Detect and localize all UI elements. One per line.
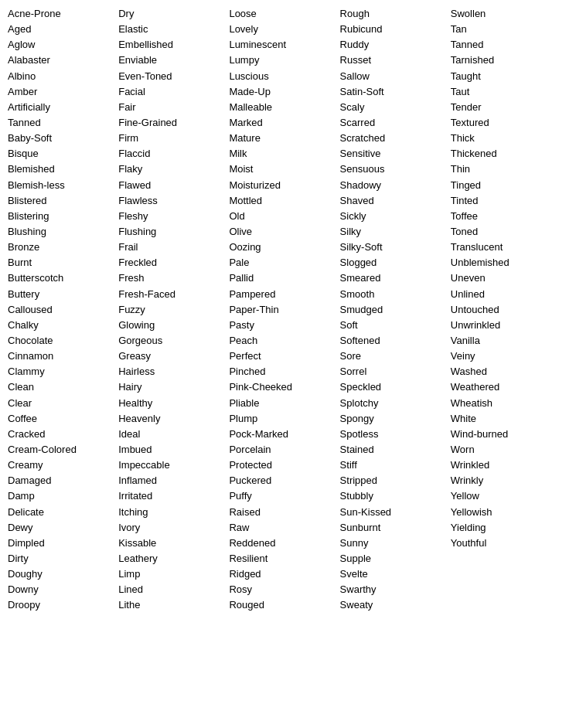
word-item: Flaky xyxy=(118,162,229,177)
word-item: Wrinkled xyxy=(451,458,561,473)
column-col3: LooseLovelyLuminescentLumpyLusciousMade-… xyxy=(229,6,339,613)
word-item: Luscious xyxy=(229,69,339,84)
word-item: Clammy xyxy=(8,364,118,379)
word-item: Smeared xyxy=(340,270,451,286)
word-item: Uneven xyxy=(451,270,561,286)
word-item: Yellow xyxy=(451,488,561,504)
word-item: Fair xyxy=(118,100,229,115)
word-item: Freckled xyxy=(118,255,229,270)
word-item: Fresh-Faced xyxy=(118,287,229,302)
word-item: Ruddy xyxy=(340,37,451,53)
word-item: Baby-Soft xyxy=(8,131,118,146)
word-item: Embellished xyxy=(118,37,229,53)
word-item: Sunburnt xyxy=(340,520,451,536)
word-item: Cream-Colored xyxy=(8,442,118,458)
word-item: Vanilla xyxy=(451,333,561,349)
word-item: Burnt xyxy=(8,255,118,270)
word-item: Lovely xyxy=(229,22,339,37)
word-item: Clear xyxy=(8,396,118,411)
word-item: Firm xyxy=(118,131,229,146)
word-item: Satin-Soft xyxy=(340,84,451,100)
word-item: Yellowish xyxy=(451,505,561,520)
word-item: Textured xyxy=(451,115,561,131)
word-item: Flawless xyxy=(118,193,229,209)
word-item: Albino xyxy=(8,69,118,84)
word-item: Thin xyxy=(451,162,561,177)
word-item: Russet xyxy=(340,53,451,68)
word-item: Untouched xyxy=(451,302,561,318)
word-item: Swollen xyxy=(451,6,561,22)
word-item: Taught xyxy=(451,69,561,84)
word-item: Smudged xyxy=(340,302,451,318)
word-item: Shadowy xyxy=(340,178,451,193)
word-item: Bisque xyxy=(8,146,118,162)
word-item: Stained xyxy=(340,442,451,458)
word-item: Doughy xyxy=(8,566,118,582)
word-item: Supple xyxy=(340,551,451,566)
word-item: Tinged xyxy=(451,178,561,193)
word-item: Downy xyxy=(8,582,118,597)
word-item: Spongy xyxy=(340,411,451,427)
word-item: Pale xyxy=(229,255,339,270)
word-item: Greasy xyxy=(118,349,229,364)
column-col1: Acne-ProneAgedAglowAlabasterAlbinoAmberA… xyxy=(8,6,118,613)
word-item: Dirty xyxy=(8,551,118,566)
word-item: Fuzzy xyxy=(118,302,229,318)
column-col2: DryElasticEmbellishedEnviableEven-TonedF… xyxy=(118,6,229,613)
word-item: Tanned xyxy=(451,37,561,53)
word-item: Flawed xyxy=(118,178,229,193)
word-item: Svelte xyxy=(340,566,451,582)
word-item: Raw xyxy=(229,520,339,536)
word-item: Perfect xyxy=(229,349,339,364)
word-item: Dewy xyxy=(8,520,118,536)
word-item: Youthful xyxy=(451,536,561,551)
word-item: Damp xyxy=(8,488,118,504)
word-item: Tan xyxy=(451,22,561,37)
word-item: Delicate xyxy=(8,505,118,520)
word-item: Translucent xyxy=(451,240,561,255)
word-item: Blemished xyxy=(8,162,118,177)
word-item: Flaccid xyxy=(118,146,229,162)
word-item: Silky xyxy=(340,224,451,240)
word-item: Lithe xyxy=(118,597,229,613)
word-item: Speckled xyxy=(340,379,451,395)
word-item: Artificially xyxy=(8,100,118,115)
word-item: Stiff xyxy=(340,458,451,473)
word-item: Butterscotch xyxy=(8,270,118,286)
word-item: Veiny xyxy=(451,349,561,364)
word-item: Pasty xyxy=(229,318,339,333)
word-item: Scratched xyxy=(340,131,451,146)
word-item: Scarred xyxy=(340,115,451,131)
word-item: Soft xyxy=(340,318,451,333)
word-item: Chocolate xyxy=(8,333,118,349)
word-item: Loose xyxy=(229,6,339,22)
word-item: Alabaster xyxy=(8,53,118,68)
word-item: Chalky xyxy=(8,318,118,333)
word-item: Tender xyxy=(451,100,561,115)
word-item: Unlined xyxy=(451,287,561,302)
word-item: Made-Up xyxy=(229,84,339,100)
word-item: Damaged xyxy=(8,473,118,488)
word-item: Moisturized xyxy=(229,178,339,193)
word-item: Puffy xyxy=(229,488,339,504)
word-item: Tarnished xyxy=(451,53,561,68)
word-item: Acne-Prone xyxy=(8,6,118,22)
word-item: Softened xyxy=(340,333,451,349)
word-item: Unwrinkled xyxy=(451,318,561,333)
word-item: Fine-Grained xyxy=(118,115,229,131)
word-item: Buttery xyxy=(8,287,118,302)
word-item: Raised xyxy=(229,505,339,520)
word-item: Weathered xyxy=(451,379,561,395)
word-item: Washed xyxy=(451,364,561,379)
word-item: Sore xyxy=(340,349,451,364)
column-col4: RoughRubicundRuddyRussetSallowSatin-Soft… xyxy=(340,6,451,613)
word-item: Smooth xyxy=(340,287,451,302)
word-item: Reddened xyxy=(229,536,339,551)
word-item: Sickly xyxy=(340,209,451,224)
word-item: Milk xyxy=(229,146,339,162)
word-item: Creamy xyxy=(8,458,118,473)
word-item: Healthy xyxy=(118,396,229,411)
word-item: Stripped xyxy=(340,473,451,488)
word-item: Sallow xyxy=(340,69,451,84)
word-item: Tinted xyxy=(451,193,561,209)
